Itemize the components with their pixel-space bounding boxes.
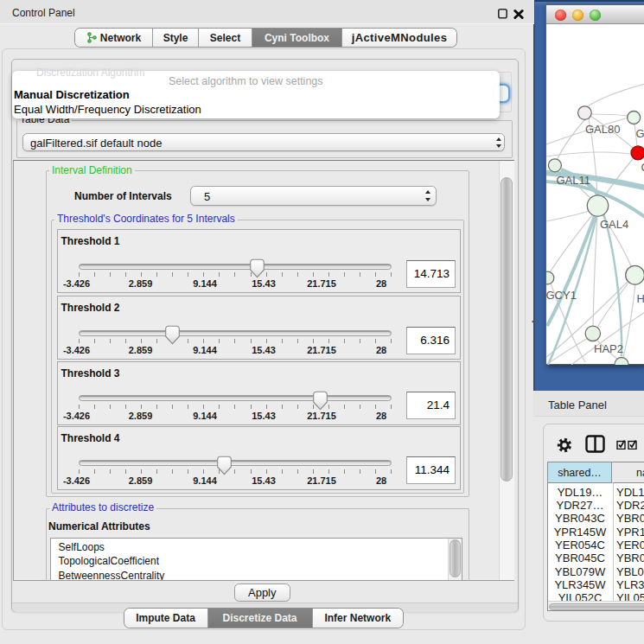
svg-text:GAL11: GAL11 (557, 174, 591, 187)
svg-text:HAP2: HAP2 (594, 342, 623, 355)
svg-text:HA: HA (637, 292, 644, 305)
svg-text:GAL80: GAL80 (585, 123, 620, 136)
svg-text:GAL: GAL (636, 127, 644, 140)
svg-text:GCY1: GCY1 (546, 289, 577, 302)
svg-text:CD: CD (641, 161, 644, 174)
svg-text:GAL4: GAL4 (600, 218, 628, 231)
